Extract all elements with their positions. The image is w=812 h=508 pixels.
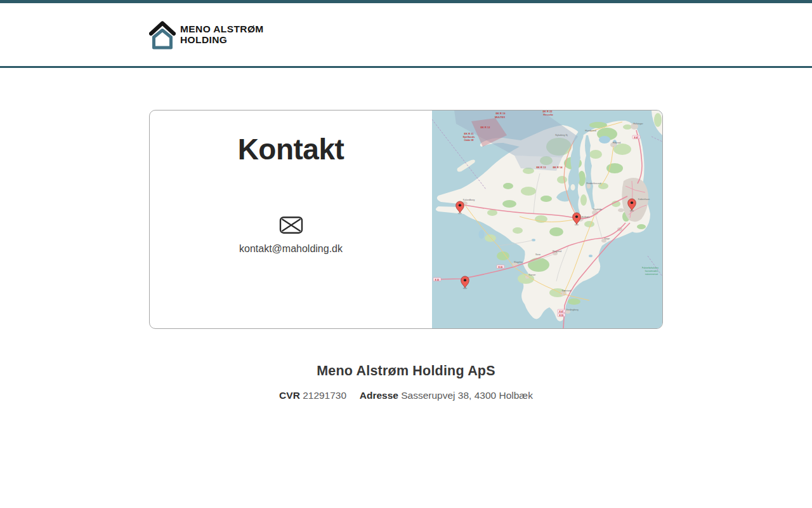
map-city-label: Køge bbox=[605, 237, 610, 240]
map-zone-label: Hesselø bbox=[543, 113, 553, 116]
map-road-badge: E 47 bbox=[632, 135, 640, 138]
map-zone-label: MULTEX bbox=[495, 116, 505, 119]
map-city-label: København bbox=[638, 198, 650, 201]
site-header: MENO ALSTRØM HOLDING bbox=[0, 3, 812, 68]
company-logo[interactable]: MENO ALSTRØM HOLDING bbox=[149, 20, 264, 50]
page-title: Kontakt bbox=[238, 132, 344, 166]
map-city-label: Kalundborg bbox=[463, 199, 475, 201]
map-road-badge: E 55 bbox=[558, 313, 565, 316]
map-nature-label: Falsterbohalvöns bbox=[642, 267, 658, 269]
contact-page: MENO ALSTRØM HOLDING Kontakt kontakt@mah… bbox=[0, 0, 812, 508]
map-road-badge: E 20 bbox=[497, 265, 504, 268]
contact-card: Kontakt kontakt@maholding.dk bbox=[149, 110, 663, 329]
map-city-label: Nykøbing Sj bbox=[555, 134, 568, 137]
map-city-label: Næstved bbox=[562, 290, 571, 292]
map-city-label: Slagelse bbox=[514, 261, 523, 264]
map-nature-label: havsområden bbox=[645, 270, 658, 272]
map-zone-label: EK R 19 bbox=[495, 112, 506, 115]
map-road-badge: E 47 bbox=[558, 309, 565, 312]
email-address: kontakt@maholding.dk bbox=[239, 243, 343, 255]
map-zone-label: EK R 14 bbox=[553, 166, 563, 169]
house-logo-icon bbox=[149, 20, 176, 50]
svg-text:E 55: E 55 bbox=[560, 314, 564, 317]
map-zone-label: EK R 12 bbox=[480, 126, 490, 129]
map-nature-label: naturreservat bbox=[645, 273, 658, 276]
envelope-icon bbox=[279, 216, 303, 234]
cvr-value: 21291730 bbox=[303, 390, 346, 401]
contact-card-content: Kontakt kontakt@maholding.dk bbox=[150, 110, 432, 328]
map-city-label: Roskilde bbox=[593, 208, 602, 211]
logo-line-2: HOLDING bbox=[180, 35, 264, 45]
svg-text:E 47: E 47 bbox=[634, 137, 639, 139]
map-city-label: Hillerød bbox=[613, 142, 620, 144]
address-label: Adresse bbox=[360, 390, 398, 401]
header-inner: MENO ALSTRØM HOLDING bbox=[149, 20, 663, 50]
company-name: Meno Alstrøm Holding ApS bbox=[0, 363, 812, 379]
email-link[interactable]: kontakt@maholding.dk bbox=[239, 216, 343, 255]
map-city-label: Korsør bbox=[529, 274, 537, 276]
company-meta: CVR 21291730 Adresse Sasserupvej 38, 430… bbox=[0, 390, 812, 401]
map-city-label: Frederikssund bbox=[587, 182, 601, 185]
logo-wordmark: MENO ALSTRØM HOLDING bbox=[180, 24, 264, 45]
map-zone-label: Odde W bbox=[464, 138, 473, 142]
map-city-label: Hundested bbox=[585, 130, 596, 132]
logo-line-1: MENO ALSTRØM bbox=[180, 24, 264, 34]
map-city-label: Holbæk bbox=[582, 216, 590, 218]
svg-text:E 20: E 20 bbox=[435, 279, 440, 281]
map-city-label: Vordingborg bbox=[566, 309, 578, 311]
svg-text:E 47: E 47 bbox=[560, 311, 564, 313]
map-zone-label: EK R 13 bbox=[536, 166, 546, 169]
location-map[interactable]: EK R 19MULTEXEK R 22HesseløEK R 12EK R 1… bbox=[432, 110, 662, 328]
map-city-label: Helsingør bbox=[633, 123, 643, 125]
map-island-oro bbox=[571, 184, 575, 190]
map-road-badge: E 20 bbox=[433, 277, 441, 281]
cvr-label: CVR bbox=[279, 390, 300, 401]
map-city-label: Ringsted bbox=[553, 250, 561, 253]
map-city-label: Sorø bbox=[535, 253, 541, 256]
address-value: Sasserupvej 38, 4300 Holbæk bbox=[401, 390, 533, 401]
svg-text:E 20: E 20 bbox=[499, 266, 503, 269]
